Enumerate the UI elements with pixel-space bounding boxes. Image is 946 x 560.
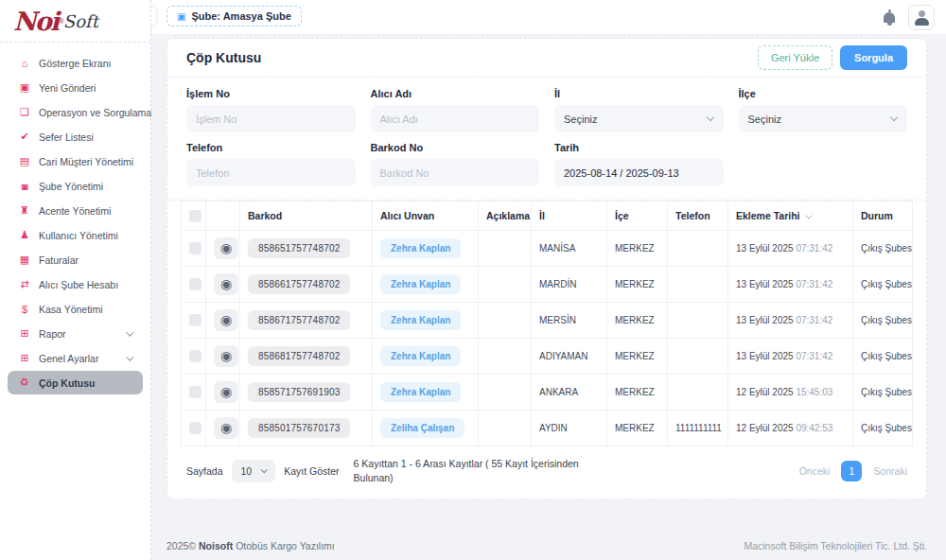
ilce-label: İlçe [739, 88, 908, 99]
date-range-input[interactable] [554, 159, 724, 186]
sidebar-item-sube-yonetimi[interactable]: ◙ Şube Yönetimi [8, 174, 143, 198]
cell-ice: MERKEZ [607, 230, 668, 266]
sidebar-item-kullanici-yonetimi[interactable]: ♟ Kullanıcı Yönetimi [8, 223, 143, 247]
recipient-badge[interactable]: Zehra Kaplan [380, 382, 461, 402]
sidebar-item-genel-ayarlar[interactable]: ⊞ Genel Ayarlar [8, 346, 143, 370]
cell-durum: Çıkış Şubesinde [853, 374, 913, 410]
sidebar-item-label: Operasyon ve Sorgulama [39, 107, 151, 118]
restore-button[interactable]: Geri Yükle [758, 45, 832, 70]
table-row: ◉ 858671757748702 Zehra Kaplan MERSİN ME… [182, 302, 913, 338]
sidebar-item-acente-yonetimi[interactable]: ♜ Acente Yönetimi [8, 199, 143, 222]
app-logo[interactable]: Noi®Soft [0, 0, 150, 43]
column-header-ekleme-tarihi[interactable]: Ekleme Tarihi [728, 201, 853, 231]
cell-durum: Çıkış Şubesinde [853, 302, 913, 338]
query-button[interactable]: Sorgula [840, 45, 907, 70]
row-checkbox[interactable] [189, 350, 201, 362]
il-select-value: Seçiniz [564, 114, 597, 125]
table-row: ◉ 858501757670173 Zeliha Çalışan AYDIN M… [182, 410, 913, 446]
sidebar-item-faturalar[interactable]: ▦ Faturalar [8, 248, 143, 271]
select-all-checkbox[interactable] [189, 210, 201, 222]
cell-aciklama [479, 338, 532, 374]
records-info: 6 Kayıttan 1 - 6 Arası Kayıtlar ( 55 Kay… [354, 457, 581, 487]
sidebar-item-rapor[interactable]: ⊞ Rapor [8, 322, 143, 345]
recipient-badge[interactable]: Zehra Kaplan [380, 274, 461, 294]
cell-il: AYDIN [532, 410, 607, 446]
sidebar-item-sefer-listesi[interactable]: ✔ Sefer Listesi [8, 125, 143, 149]
view-button[interactable]: ◉ [214, 381, 238, 403]
cell-il: MERSİN [532, 302, 607, 338]
select-all-header [182, 201, 206, 231]
view-button[interactable]: ◉ [214, 345, 238, 367]
sidebar-item-label: Gösterge Ekranı [39, 58, 111, 69]
view-button[interactable]: ◉ [214, 237, 238, 259]
table-header-row: Barkod Alıcı Unvan Açıklama İl İçe Telef… [182, 201, 913, 231]
il-select[interactable]: Seçiniz [554, 105, 724, 132]
alici-adi-input[interactable] [371, 105, 540, 132]
footer-year: 2025© [166, 540, 196, 551]
row-checkbox[interactable] [189, 386, 201, 398]
filter-barkod-no: Barkod No [371, 142, 540, 186]
row-checkbox[interactable] [189, 242, 201, 254]
sidebar-item-cop-kutusu[interactable]: ♻ Çöp Kutusu [8, 371, 143, 394]
eye-icon: ◉ [220, 277, 232, 290]
cell-il: ANKARA [532, 374, 607, 410]
pagination-next[interactable]: Sonraki [873, 465, 907, 477]
recipient-badge[interactable]: Zeliha Çalışan [380, 418, 464, 438]
sidebar-item-kasa-yonetimi[interactable]: $ Kasa Yönetimi [8, 297, 143, 321]
alici-adi-label: Alıcı Adı [371, 88, 540, 99]
barcode-badge: 858681757748702 [248, 346, 350, 366]
chevron-down-icon [261, 467, 268, 474]
sidebar-item-alici-sube-hesabi[interactable]: ⇄ Alıcı Şube Hesabı [8, 272, 143, 296]
pagination-previous[interactable]: Önceki [799, 465, 831, 477]
row-checkbox[interactable] [189, 422, 201, 434]
column-header-ice: İçe [607, 201, 668, 231]
cell-ekleme-tarihi: 13 Eylül 2025 07:31:42 [728, 302, 853, 338]
cell-durum: Çıkış Şubesinde [853, 266, 913, 302]
column-header-il: İl [532, 201, 607, 231]
cell-ice: MERKEZ [607, 266, 668, 302]
view-button[interactable]: ◉ [214, 309, 238, 331]
recipient-badge[interactable]: Zehra Kaplan [380, 346, 461, 366]
panel-actions: Geri Yükle Sorgula [758, 45, 907, 70]
sidebar-item-gosterge-ekrani[interactable]: ⌂ Gösterge Ekranı [8, 51, 143, 75]
filter-il: İl Seçiniz [554, 88, 724, 132]
user-badge-icon: ◙ [17, 181, 32, 192]
barcode-badge: 858661757748702 [248, 274, 350, 294]
branch-badge[interactable]: ▣ Şube: Amasya Şube [166, 6, 302, 26]
cell-ekleme-tarihi: 12 Eylül 2025 15:45:03 [728, 374, 853, 410]
islem-no-input[interactable] [186, 105, 356, 132]
barcode-badge: 858671757748702 [248, 310, 350, 330]
table-row: ◉ 858571757691903 Zehra Kaplan ANKARA ME… [182, 374, 913, 410]
cell-aciklama [479, 266, 532, 302]
notifications-bell-icon[interactable] [884, 12, 895, 23]
cell-ekleme-tarihi: 13 Eylül 2025 07:31:42 [728, 266, 853, 302]
user-avatar-button[interactable] [908, 5, 935, 30]
check-circle-icon: ✔ [17, 131, 32, 143]
cell-il: MARDİN [532, 266, 607, 302]
recipient-badge[interactable]: Zehra Kaplan [380, 310, 461, 330]
view-button[interactable]: ◉ [214, 273, 238, 295]
sidebar-item-label: Faturalar [39, 254, 79, 266]
cell-aciklama [479, 230, 532, 266]
view-button[interactable]: ◉ [214, 417, 238, 439]
ilce-select[interactable]: Seçiniz [739, 105, 908, 132]
recipient-badge[interactable]: Zehra Kaplan [380, 238, 461, 258]
sidebar-item-operasyon-ve-sorgulama[interactable]: ❏ Operasyon ve Sorgulama [8, 100, 143, 124]
barkod-no-input[interactable] [371, 159, 540, 186]
page-title: Çöp Kutusu [186, 50, 261, 65]
per-page-suffix-label: Kayıt Göster [284, 465, 339, 477]
row-checkbox[interactable] [189, 278, 201, 290]
sort-icon [805, 212, 812, 219]
page-footer: 2025© Noisoft Otobüs Kargo Yazılımı Maci… [166, 540, 927, 551]
per-page-value: 10 [241, 465, 253, 477]
per-page-select[interactable]: 10 [232, 460, 276, 482]
telefon-input[interactable] [186, 159, 356, 186]
sidebar-item-cari-musteri-yonetimi[interactable]: ▤ Cari Müşteri Yönetimi [8, 149, 143, 173]
filter-spacer [739, 142, 908, 186]
sidebar-item-label: Alıcı Şube Hesabı [39, 279, 118, 290]
sidebar-item-yeni-gonderi[interactable]: ▣ Yeni Gönderi [8, 76, 143, 99]
avatar-head-icon [919, 10, 925, 17]
pagination-page-1[interactable]: 1 [841, 461, 862, 481]
row-checkbox[interactable] [189, 314, 201, 326]
avatar-body-icon [915, 18, 929, 26]
